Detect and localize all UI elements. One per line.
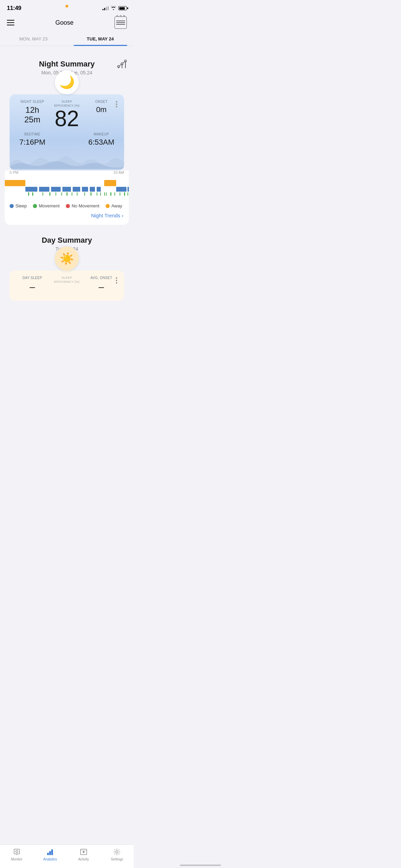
- day-stats-grid: DAY SLEEP – SLEEPEFFICIENCY (%) AVG. ONS…: [10, 270, 124, 301]
- sleep-legend-label: Sleep: [15, 203, 27, 208]
- menu-button[interactable]: [7, 20, 14, 25]
- night-sleep-label: NIGHT SLEEP: [16, 100, 48, 104]
- app-title: Goose: [55, 19, 73, 26]
- legend-movement: Movement: [33, 203, 60, 208]
- bedtime-stat: BEDTIME 7:16PM: [16, 132, 48, 147]
- sleep-efficiency-stat: SLEEPEFFICIENCY (%) 82: [51, 100, 83, 130]
- timeline-chart: [5, 177, 129, 198]
- day-sleep-stat: DAY SLEEP –: [16, 276, 48, 292]
- status-icons: [102, 6, 127, 11]
- svg-rect-24: [56, 192, 56, 196]
- svg-rect-36: [114, 192, 115, 196]
- svg-rect-38: [124, 192, 125, 196]
- timeline-section: 5 PM 10 AM: [5, 170, 129, 225]
- no-movement-legend-label: No Movement: [72, 203, 99, 208]
- svg-rect-29: [84, 192, 85, 196]
- notebook-button[interactable]: [114, 16, 127, 29]
- wakeup-stat: WAKEUP 6:53AM: [85, 132, 117, 147]
- battery-icon: [118, 6, 127, 10]
- avg-onset-value: –: [85, 281, 117, 292]
- svg-rect-25: [61, 192, 62, 196]
- day-summary-title: Day Summary: [0, 236, 134, 245]
- svg-rect-11: [39, 187, 49, 192]
- legend-sleep: Sleep: [10, 203, 27, 208]
- svg-rect-9: [104, 180, 116, 186]
- day-card-wrapper: ☀️ DAY SLEEP – SLEEPEFFICIENCY (%) AVG. …: [0, 246, 134, 335]
- svg-rect-27: [72, 192, 72, 196]
- bedtime-label: BEDTIME: [16, 132, 48, 136]
- away-legend-dot: [106, 204, 110, 208]
- svg-rect-30: [90, 192, 92, 196]
- svg-rect-21: [32, 192, 33, 196]
- tab-tue-may-24[interactable]: TUE, MAY 24: [67, 33, 134, 46]
- svg-rect-33: [104, 192, 105, 196]
- status-time: 11:49: [7, 5, 21, 12]
- onset-label: ONSET: [85, 100, 117, 104]
- no-movement-legend-dot: [66, 204, 70, 208]
- timeline-start-label: 5 PM: [10, 170, 19, 174]
- timeline-labels: 5 PM 10 AM: [5, 170, 129, 174]
- svg-rect-39: [127, 192, 128, 196]
- night-trends-anchor[interactable]: Night Trends ›: [91, 213, 123, 218]
- svg-rect-26: [66, 192, 68, 196]
- svg-rect-18: [116, 187, 126, 192]
- sun-icon: ☀️: [55, 246, 79, 270]
- onset-stat: ONSET 0m: [85, 100, 117, 130]
- svg-rect-31: [97, 192, 97, 196]
- wifi-icon: [111, 6, 116, 11]
- svg-rect-35: [110, 192, 111, 196]
- night-sleep-card: NIGHT SLEEP 12h 25m SLEEPEFFICIENCY (%) …: [10, 94, 124, 170]
- status-bar: 11:49: [0, 0, 134, 14]
- night-sleep-stat: NIGHT SLEEP 12h 25m: [16, 100, 48, 130]
- night-summary-section: Night Summary Mon, 05.23 - Tue, 05.24 🌙: [0, 46, 134, 335]
- svg-rect-37: [120, 192, 120, 196]
- svg-rect-15: [82, 187, 88, 192]
- moon-icon: 🌙: [55, 70, 79, 94]
- chart-trends-icon[interactable]: [117, 59, 127, 70]
- svg-line-3: [120, 64, 121, 66]
- day-efficiency-label: SLEEPEFFICIENCY (%): [51, 276, 83, 284]
- date-tabs: MON, MAY 23 TUE, MAY 24: [0, 33, 134, 46]
- sleep-efficiency-value: 82: [51, 108, 83, 130]
- night-trends-link[interactable]: Night Trends ›: [5, 210, 129, 224]
- wakeup-label: WAKEUP: [85, 132, 117, 136]
- svg-rect-6: [122, 64, 122, 68]
- svg-line-4: [123, 62, 124, 63]
- svg-rect-34: [106, 192, 107, 196]
- day-sleep-card: DAY SLEEP – SLEEPEFFICIENCY (%) AVG. ONS…: [10, 270, 124, 301]
- bedtime-value: 7:16PM: [16, 138, 48, 147]
- signal-bars-icon: [102, 6, 109, 10]
- night-card-wrapper: 🌙 NIGHT SLEEP 12h 25m SLEEPEFFICIENCY (%…: [0, 70, 134, 170]
- away-legend-label: Away: [111, 203, 122, 208]
- svg-rect-16: [90, 187, 95, 192]
- day-efficiency-stat: SLEEPEFFICIENCY (%): [51, 276, 83, 292]
- orange-dot: [65, 5, 68, 8]
- svg-rect-13: [62, 187, 71, 192]
- movement-legend-label: Movement: [39, 203, 60, 208]
- day-sleep-label: DAY SLEEP: [16, 276, 48, 280]
- svg-rect-23: [49, 192, 50, 196]
- sleep-stats-grid: NIGHT SLEEP 12h 25m SLEEPEFFICIENCY (%) …: [10, 94, 124, 154]
- legend-away: Away: [106, 203, 122, 208]
- sleep-legend-dot: [10, 204, 14, 208]
- svg-rect-10: [25, 187, 37, 192]
- svg-rect-19: [127, 187, 129, 192]
- tab-mon-may-23[interactable]: MON, MAY 23: [0, 33, 67, 46]
- night-summary-title: Night Summary: [7, 60, 127, 69]
- svg-rect-5: [118, 67, 119, 68]
- avg-onset-stat: AVG. ONSET –: [85, 276, 117, 292]
- svg-rect-32: [100, 192, 101, 196]
- wakeup-value: 6:53AM: [85, 138, 117, 147]
- mountain-decoration: [10, 154, 124, 169]
- timeline-legend: Sleep Movement No Movement Away: [5, 199, 129, 210]
- svg-rect-7: [125, 61, 126, 68]
- app-header: Goose: [0, 14, 134, 33]
- avg-onset-label: AVG. ONSET: [85, 276, 117, 280]
- svg-rect-17: [97, 187, 101, 192]
- svg-rect-22: [42, 192, 43, 196]
- legend-no-movement: No Movement: [66, 203, 99, 208]
- night-sleep-value: 12h 25m: [16, 105, 48, 124]
- svg-rect-20: [28, 192, 29, 196]
- svg-rect-8: [5, 180, 25, 186]
- svg-rect-12: [51, 187, 61, 192]
